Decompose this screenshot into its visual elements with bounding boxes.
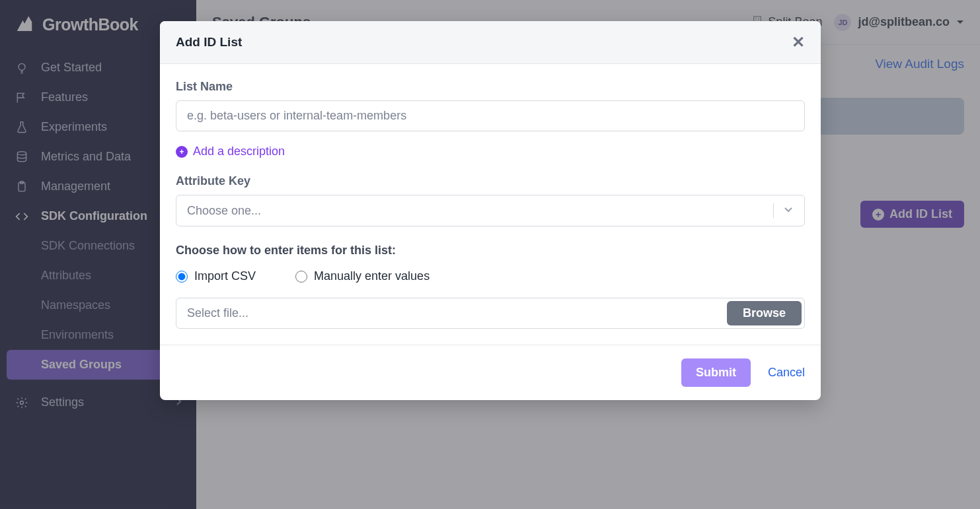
browse-button[interactable]: Browse bbox=[727, 301, 802, 325]
radio-import-csv[interactable]: Import CSV bbox=[176, 269, 256, 283]
file-input-row: Select file... Browse bbox=[176, 298, 805, 329]
list-name-input[interactable] bbox=[176, 100, 805, 131]
plus-circle-icon: + bbox=[176, 146, 188, 158]
add-description-label: Add a description bbox=[193, 145, 285, 158]
attribute-key-label: Attribute Key bbox=[176, 174, 805, 188]
radio-import-csv-input[interactable] bbox=[176, 271, 188, 283]
close-icon[interactable]: ✕ bbox=[792, 34, 805, 50]
radio-manual[interactable]: Manually enter values bbox=[295, 269, 430, 283]
modal-header: Add ID List ✕ bbox=[160, 21, 821, 64]
list-name-label: List Name bbox=[176, 80, 805, 94]
radio-manual-label: Manually enter values bbox=[314, 269, 430, 283]
modal-body: List Name + Add a description Attribute … bbox=[160, 64, 821, 345]
radio-manual-input[interactable] bbox=[295, 271, 307, 283]
select-placeholder: Choose one... bbox=[187, 204, 261, 218]
attribute-key-select[interactable]: Choose one... bbox=[176, 195, 805, 226]
radio-import-csv-label: Import CSV bbox=[194, 269, 256, 283]
entry-mode-radio-group: Import CSV Manually enter values bbox=[176, 269, 805, 283]
cancel-button[interactable]: Cancel bbox=[768, 366, 805, 380]
add-description-link[interactable]: + Add a description bbox=[176, 145, 805, 158]
submit-button[interactable]: Submit bbox=[681, 358, 751, 387]
modal-footer: Submit Cancel bbox=[160, 345, 821, 400]
modal-title: Add ID List bbox=[176, 35, 242, 50]
chevron-down-icon bbox=[783, 204, 794, 218]
separator bbox=[773, 203, 774, 218]
choose-mode-label: Choose how to enter items for this list: bbox=[176, 244, 805, 257]
add-id-list-modal: Add ID List ✕ List Name + Add a descript… bbox=[160, 21, 821, 400]
file-placeholder[interactable]: Select file... bbox=[176, 298, 724, 328]
